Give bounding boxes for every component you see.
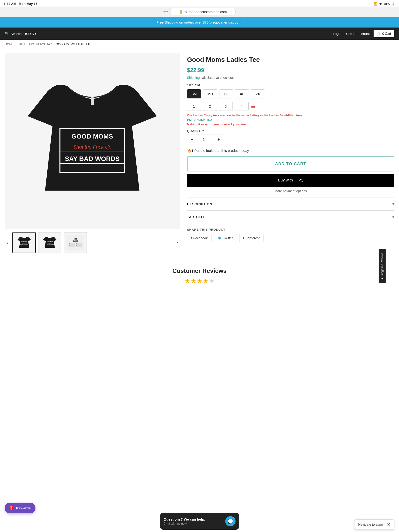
pinterest-label: Pinterest [247,236,260,240]
red-arrow-icon: ➡ [250,103,256,111]
product-images: GOOD MOMS Shut the Fuck Up SAY BAD WORDS… [5,53,180,253]
location-icon: ⊕ [379,2,382,6]
currency-label: USD $ [24,32,34,36]
star-3: ★ [197,278,202,284]
svg-text:GOOD MOMS: GOOD MOMS [21,241,27,242]
search-label: Search [11,32,22,36]
twitter-label: Twitter [223,236,233,240]
tab-title-accordion-header[interactable]: TAB TITLE ▾ [187,214,394,220]
popup-link[interactable]: POPUP LINK TEXT [187,118,394,121]
breadcrumb-home[interactable]: HOME [5,42,14,46]
announcement-bar: Free Shipping on orders over $75(pretax/… [0,17,399,27]
size-grid-row1: SM MD LG XL 2X [187,89,394,98]
status-icons: 📶 ⊕ 78% 🔋 [374,2,395,6]
svg-text:SAY BAD WORDS: SAY BAD WORDS [46,244,54,245]
header-nav: 🔍 Search USD $ ▾ Log in Create account 🛒… [0,27,399,40]
quantity-label: QUANTITY [187,129,394,133]
breadcrumb-sep-1: › [15,42,16,46]
thumbnail-images: GOOD MOMS Shut the Fuck Up SAY BAD WORDS… [12,232,172,253]
size-row-2-container: 1 2 3 4 ➡ [187,102,394,111]
add-to-cart-button[interactable]: ADD TO CART [187,157,394,171]
pinterest-icon: P [243,236,245,240]
tab-title-label: TAB TITLE [187,215,206,219]
apple-pay-button[interactable]: Buy with Pay [187,174,394,187]
description-accordion: DESCRIPTION ▾ [187,197,394,210]
url-domain: akronpridecustomtees.com [185,10,227,14]
more-payment-options[interactable]: More payment options [187,189,394,193]
product-price: $22.99 [187,67,394,73]
lock-icon: 🔒 [179,10,183,14]
svg-text:Shut the Fuck Up: Shut the Fuck Up [22,243,27,244]
size-btn-3[interactable]: 3 [219,102,233,111]
svg-rect-4 [60,151,125,152]
thumbnail-1[interactable]: GOOD MOMS Shut the Fuck Up SAY BAD WORDS [12,232,36,253]
size-btn-lg[interactable]: LG [219,89,233,98]
quantity-input[interactable] [197,135,214,145]
description-label: DESCRIPTION [187,202,212,206]
buy-with-label: Buy with [278,178,293,183]
pay-label: Pay [297,178,303,183]
thumbnail-2[interactable]: GOOD MOMS Shut the Fuck Up SAY BAD WORDS [38,232,61,253]
size-btn-xl[interactable]: XL [235,89,249,98]
size-btn-1[interactable]: 1 [187,102,201,111]
announcement-text: Free Shipping on orders over $75(pretax/… [157,20,242,24]
facebook-share-button[interactable]: f Facebook [187,234,211,242]
create-account-link[interactable]: Create account [346,32,370,36]
share-label: SHARE THIS PRODUCT [187,228,394,231]
product-title: Good Moms Ladies Tee [187,56,394,64]
chevron-down-icon: ▾ [35,32,37,36]
svg-text:GOOD MOMS: GOOD MOMS [72,133,113,140]
svg-text:Shut the Fuck Up: Shut the Fuck Up [47,243,52,244]
shipping-link[interactable]: Shipping [187,76,200,80]
reviews-title: Customer Reviews [5,267,394,274]
tshirt-illustration: GOOD MOMS Shut the Fuck Up SAY BAD WORDS [18,66,167,215]
twitter-share-button[interactable]: 🐦 Twitter [214,234,237,242]
battery-percent: 78% [384,2,390,6]
share-buttons: f Facebook 🐦 Twitter P Pinterest [187,234,394,242]
size-btn-2x[interactable]: 2X [251,89,265,98]
login-link[interactable]: Log in [333,32,342,36]
tab-title-chevron-icon: ▾ [392,214,395,220]
cart-button[interactable]: 🛒 0 Cart [374,30,394,37]
quantity-decrease-button[interactable]: − [187,135,197,145]
reviews-section: Customer Reviews ★ ★ ★ ★ ★ [0,258,399,294]
search-button[interactable]: 🔍 Search [5,32,22,36]
thumb-prev-button[interactable]: ‹ [5,239,10,247]
status-time: 6:34 AM Mon May 15 [4,2,37,6]
description-chevron-icon: ▾ [392,202,395,207]
svg-text:Shut the Fuck Up: Shut the Fuck Up [73,144,112,150]
url-bar: 🔒 akronpridecustomtees.com [0,6,399,17]
quantity-control: − + [187,135,224,145]
quantity-increase-button[interactable]: + [214,135,224,145]
svg-text:SAY BAD WORDS: SAY BAD WORDS [65,155,120,162]
header-nav-right: Log in Create account 🛒 0 Cart [333,30,394,37]
svg-text:GOOD MOMS: GOOD MOMS [47,241,53,242]
judge-reviews-tab[interactable]: ★ Judge.me Reviews [379,249,386,283]
main-product-image: GOOD MOMS Shut the Fuck Up SAY BAD WORDS [5,53,180,229]
thumbnail-3-size-guide[interactable]: SIZE GUIDE SM LXL [64,232,87,253]
breadcrumb-sep-2: › [53,42,54,46]
pinterest-share-button[interactable]: P Pinterest [239,234,264,242]
size-btn-4[interactable]: 4 [234,102,249,111]
size-btn-sm[interactable]: SM [187,89,201,98]
star-1: ★ [185,278,190,284]
size-grid-row2: 1 2 3 4 [187,102,249,111]
breadcrumb-category[interactable]: LADIES MOTHER'S DAY [18,42,52,46]
url-pill[interactable]: 🔒 akronpridecustomtees.com [170,8,235,15]
star-2: ★ [191,278,196,284]
description-accordion-header[interactable]: DESCRIPTION ▾ [187,202,394,207]
product-info: Good Moms Ladies Tee $22.99 Shipping cal… [187,53,394,247]
facebook-label: Facebook [193,236,208,240]
currency-selector[interactable]: USD $ ▾ [24,32,37,36]
twitter-icon: 🐦 [218,236,222,240]
thumb-next-button[interactable]: › [175,239,180,247]
svg-rect-0 [91,97,94,105]
size-btn-md[interactable]: MD [203,89,217,98]
svg-text:SAY BAD WORDS: SAY BAD WORDS [20,244,28,245]
size-btn-2[interactable]: 2 [203,102,217,111]
easy-select-text: Making it easy for you to select your si… [187,122,394,126]
product-section: GOOD MOMS Shut the Fuck Up SAY BAD WORDS… [0,49,399,258]
facebook-icon: f [191,236,192,240]
header-nav-left: 🔍 Search USD $ ▾ [5,32,37,36]
search-icon: 🔍 [5,32,9,36]
